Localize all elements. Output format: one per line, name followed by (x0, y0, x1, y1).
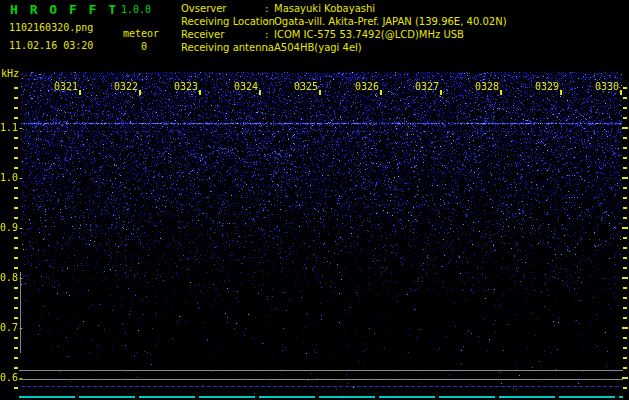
freq-minor-tick-right (623, 117, 627, 119)
reference-line-level-trace (21, 386, 622, 387)
freq-minor-tick (14, 87, 18, 89)
freq-minor-tick-right (623, 307, 627, 309)
time-tick-label: 0330 (595, 81, 619, 92)
freq-minor-tick (14, 147, 18, 149)
freq-tick-label: 0.6- (0, 372, 24, 383)
freq-minor-tick-right (623, 317, 627, 319)
freq-minor-tick (14, 107, 18, 109)
freq-minor-tick-right (623, 337, 627, 339)
time-tick (259, 90, 261, 95)
freq-minor-tick (14, 267, 18, 269)
freq-minor-tick-right (623, 97, 627, 99)
freq-minor-tick (14, 347, 18, 349)
freq-minor-tick (14, 167, 18, 169)
hrofft-screen: H R O F F T 1.0.0 1102160320.png 11.02.1… (0, 0, 629, 400)
freq-minor-tick (14, 387, 18, 389)
freq-minor-tick-right (623, 297, 627, 299)
freq-minor-tick-right (623, 387, 627, 389)
time-tick (319, 90, 321, 95)
freq-minor-tick (14, 207, 18, 209)
time-tick-label: 0321 (54, 81, 78, 92)
time-tick (620, 90, 622, 95)
reference-line-gray-upper (19, 370, 623, 371)
freq-major-tick-right (622, 227, 628, 229)
reference-line-scale-bar (20, 272, 21, 353)
time-tick (440, 90, 442, 95)
time-tick (380, 90, 382, 95)
time-tick-label: 0322 (114, 81, 138, 92)
freq-minor-tick (14, 197, 18, 199)
time-tick-label: 0326 (355, 81, 379, 92)
freq-minor-tick (14, 187, 18, 189)
time-tick-label: 0324 (234, 81, 258, 92)
freq-minor-tick-right (623, 207, 627, 209)
time-tick (79, 90, 81, 95)
freq-minor-tick-right (623, 367, 627, 369)
freq-major-tick-right (622, 277, 628, 279)
reference-line-baseline (19, 396, 623, 398)
time-tick (560, 90, 562, 95)
time-tick-label: 0328 (475, 81, 499, 92)
time-tick (500, 90, 502, 95)
freq-major-tick-right (622, 127, 628, 129)
freq-minor-tick-right (623, 237, 627, 239)
freq-minor-tick (14, 317, 18, 319)
spectrogram-canvas (21, 72, 622, 398)
freq-minor-tick (14, 307, 18, 309)
freq-minor-tick-right (623, 137, 627, 139)
freq-minor-tick-right (623, 167, 627, 169)
freq-minor-tick-right (623, 147, 627, 149)
time-tick-label: 0325 (294, 81, 318, 92)
freq-minor-tick-right (623, 257, 627, 259)
freq-axis-unit-label: kHz (1, 68, 19, 79)
freq-minor-tick (14, 117, 18, 119)
freq-minor-tick-right (623, 197, 627, 199)
spectrogram-plot: kHz 1.1-1.0-0.9-0.8-0.7-0.6-032103220323… (0, 0, 629, 400)
time-tick-label: 0329 (535, 81, 559, 92)
freq-minor-tick (14, 287, 18, 289)
freq-minor-tick (14, 237, 18, 239)
freq-minor-tick-right (623, 107, 627, 109)
time-tick-label: 0327 (415, 81, 439, 92)
freq-minor-tick (14, 357, 18, 359)
freq-minor-tick (14, 97, 18, 99)
time-tick-label: 0323 (174, 81, 198, 92)
freq-minor-tick-right (623, 87, 627, 89)
freq-minor-tick-right (623, 217, 627, 219)
freq-minor-tick (14, 137, 18, 139)
freq-minor-tick-right (623, 287, 627, 289)
freq-minor-tick (14, 247, 18, 249)
freq-minor-tick (14, 217, 18, 219)
freq-minor-tick-right (623, 347, 627, 349)
freq-major-tick-right (622, 327, 628, 329)
freq-minor-tick-right (623, 187, 627, 189)
time-tick (199, 90, 201, 95)
freq-minor-tick-right (623, 157, 627, 159)
time-tick (139, 90, 141, 95)
reference-line-gray-lower (19, 379, 623, 380)
freq-minor-tick-right (623, 247, 627, 249)
freq-minor-tick-right (623, 357, 627, 359)
freq-tick-label: 1.0- (0, 172, 24, 183)
freq-major-tick-right (622, 177, 628, 179)
freq-minor-tick (14, 157, 18, 159)
freq-minor-tick (14, 257, 18, 259)
freq-tick-label: 1.1- (0, 122, 24, 133)
freq-minor-tick (14, 367, 18, 369)
freq-tick-label: 0.9- (0, 222, 24, 233)
freq-minor-tick (14, 337, 18, 339)
freq-minor-tick (14, 297, 18, 299)
freq-minor-tick-right (623, 267, 627, 269)
